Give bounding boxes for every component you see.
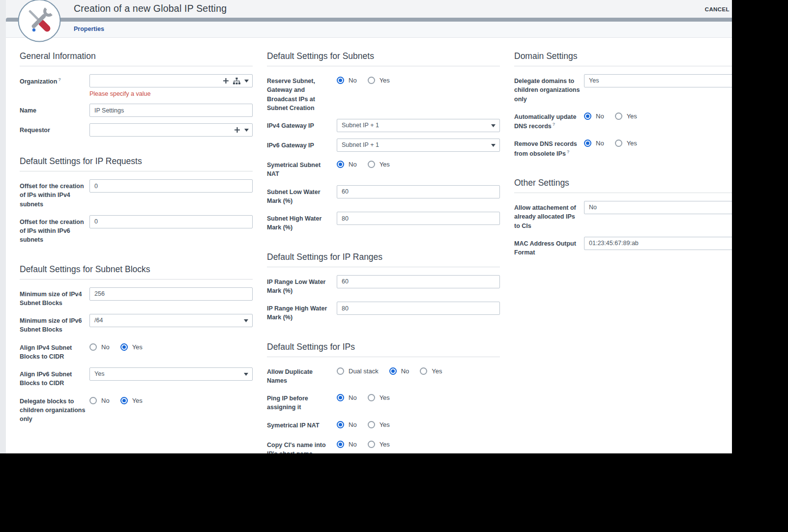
radio-selected-icon[interactable] [337, 77, 344, 84]
radio-option-no[interactable]: No [584, 140, 604, 147]
caret-down-icon[interactable] [491, 119, 496, 132]
plus-icon[interactable] [223, 78, 229, 84]
input-adornments [234, 123, 249, 137]
field-row: Subnet High Water Mark (%) [267, 212, 500, 232]
radio-unselected-icon[interactable] [615, 112, 622, 120]
radio-option-yes[interactable]: Yes [368, 421, 390, 428]
field-row: Symetrical Subnet NATNoYes [267, 158, 500, 179]
radio-unselected-icon[interactable] [368, 394, 375, 401]
radio-option-yes[interactable]: Yes [615, 140, 637, 147]
field-row: Align IPv6 Subnet Blocks to CIDRYes [20, 367, 253, 388]
mac-address-output-format-select[interactable]: 01:23:45:67:89:ab [584, 237, 732, 250]
tab-properties[interactable]: Properties [74, 26, 104, 32]
radio-selected-icon[interactable] [337, 161, 344, 168]
radio-option-no[interactable]: No [89, 397, 110, 404]
radio-option-label: Yes [432, 367, 442, 375]
subnet-low-water-mark-input[interactable] [337, 185, 500, 198]
radio-option-no[interactable]: No [89, 343, 110, 351]
help-icon[interactable]: ? [58, 77, 61, 82]
radio-unselected-icon[interactable] [368, 161, 375, 168]
radio-unselected-icon[interactable] [337, 367, 344, 375]
field-label-text: Organization [20, 78, 57, 85]
radio-option-label: Yes [627, 112, 637, 120]
radio-option-no[interactable]: No [337, 441, 357, 448]
align-ipv4-subnet-blocks-to-cidr-radio-group: NoYes [89, 341, 253, 351]
radio-unselected-icon[interactable] [615, 140, 622, 147]
field-label: Remove DNS records from obsolete IPs? [514, 137, 584, 158]
radio-option-label: No [349, 421, 357, 428]
align-ipv6-subnet-blocks-to-cidr-select[interactable]: Yes [89, 367, 253, 381]
radio-option-no[interactable]: No [389, 367, 409, 375]
plus-icon[interactable] [234, 127, 240, 133]
radio-selected-icon[interactable] [337, 394, 344, 401]
field-control [89, 123, 253, 137]
ip-range-high-water-mark-input[interactable] [337, 302, 500, 315]
radio-unselected-icon[interactable] [89, 397, 97, 404]
radio-unselected-icon[interactable] [368, 77, 375, 84]
radio-option-dual-stack[interactable]: Dual stack [337, 367, 379, 375]
requestor-input[interactable] [89, 123, 253, 137]
caret-down-icon[interactable] [244, 314, 248, 327]
radio-selected-icon[interactable] [337, 421, 344, 428]
radio-selected-icon[interactable] [120, 343, 128, 351]
remove-dns-records-from-obsolete-ips-radio-group: NoYes [584, 137, 732, 147]
radio-option-no[interactable]: No [337, 161, 357, 168]
field-control: NoYes [89, 341, 253, 362]
field-control: NoYes [89, 394, 253, 424]
caret-down-icon[interactable] [244, 368, 248, 380]
radio-selected-icon[interactable] [584, 112, 591, 120]
radio-option-yes[interactable]: Yes [120, 397, 143, 404]
caret-down-icon[interactable] [244, 80, 249, 83]
ip-range-low-water-mark-input[interactable] [337, 275, 500, 288]
field-row: Name [20, 104, 253, 117]
minimum-size-of-ipv4-subnet-blocks-input[interactable] [89, 287, 253, 301]
minimum-size-of-ipv6-subnet-blocks-select[interactable]: /64 [89, 314, 253, 327]
offset-for-the-creation-of-ips-within-ipv6-input[interactable] [89, 215, 253, 228]
field-label: IPv6 Gateway IP [267, 139, 337, 152]
radio-unselected-icon[interactable] [89, 343, 97, 351]
radio-selected-icon[interactable] [584, 140, 591, 147]
field-label: Symetrical Subnet NAT [267, 158, 337, 179]
radio-unselected-icon[interactable] [368, 421, 375, 428]
requestor-field-wrap [89, 123, 253, 137]
radio-option-no[interactable]: No [337, 394, 357, 401]
offset-for-the-creation-of-ips-within-ipv4-input[interactable] [89, 179, 253, 193]
delegate-domains-to-children-organizations-select[interactable]: Yes [584, 74, 732, 87]
radio-selected-icon[interactable] [337, 441, 344, 448]
field-row: Automatically update DNS records?NoYes [514, 110, 732, 131]
ipv6-gateway-ip-select[interactable]: Subnet IP + 1 [337, 139, 500, 152]
subnet-high-water-mark-input[interactable] [337, 212, 500, 225]
select-value: Subnet IP + 1 [342, 122, 379, 129]
radio-unselected-icon[interactable] [368, 441, 375, 448]
field-label-text: Align IPv6 Subnet Blocks to CIDR [20, 371, 72, 387]
subnet-high-water-mark-field-wrap [337, 212, 500, 225]
radio-unselected-icon[interactable] [420, 367, 427, 375]
field-control [337, 212, 500, 232]
field-label: Offset for the creation of IPs within IP… [20, 179, 89, 209]
cancel-button[interactable]: CANCEL [705, 6, 730, 12]
ipv4-gateway-ip-select[interactable]: Subnet IP + 1 [337, 119, 500, 132]
help-icon[interactable]: ? [553, 122, 555, 127]
radio-option-no[interactable]: No [337, 421, 357, 428]
caret-down-icon[interactable] [491, 139, 496, 151]
radio-selected-icon[interactable] [389, 367, 397, 375]
radio-option-yes[interactable]: Yes [368, 161, 390, 168]
allow-attachement-of-already-allocated-ips-select[interactable]: No [584, 201, 732, 214]
hierarchy-icon[interactable] [233, 78, 240, 84]
radio-option-yes[interactable]: Yes [368, 77, 390, 84]
radio-option-yes[interactable]: Yes [120, 343, 143, 351]
field-control [89, 215, 253, 245]
radio-option-yes[interactable]: Yes [420, 367, 442, 375]
radio-option-no[interactable]: No [337, 77, 357, 84]
radio-option-label: No [101, 397, 110, 404]
field-row: Align IPv4 Subnet Blocks to CIDRNoYes [20, 341, 253, 362]
radio-option-yes[interactable]: Yes [615, 112, 637, 120]
radio-option-yes[interactable]: Yes [368, 394, 390, 401]
radio-option-no[interactable]: No [584, 112, 604, 120]
radio-option-yes[interactable]: Yes [368, 441, 390, 448]
radio-selected-icon[interactable] [120, 397, 128, 404]
help-icon[interactable]: ? [567, 149, 570, 154]
caret-down-icon[interactable] [244, 129, 249, 132]
name-input[interactable] [89, 104, 253, 117]
select-value: 01:23:45:67:89:ab [589, 240, 639, 247]
